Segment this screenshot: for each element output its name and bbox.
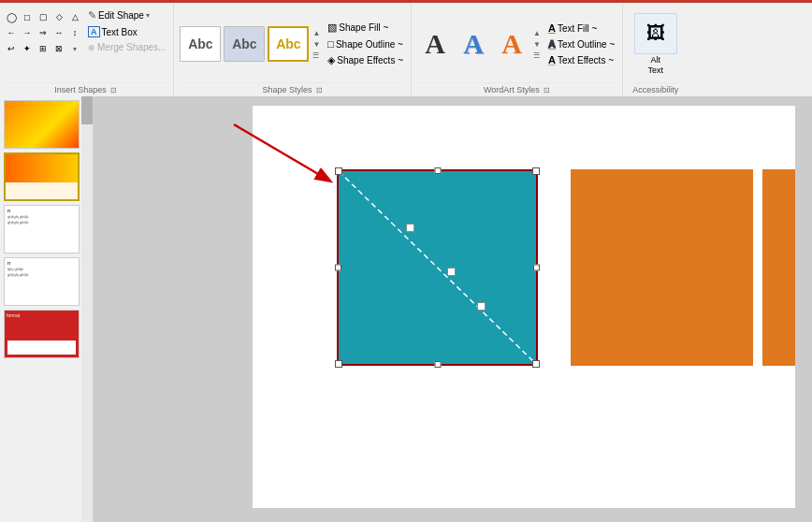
shape-triangle-icon[interactable]: △ [67,9,82,24]
edit-shape-icon: ✎ [88,9,96,22]
red-arrow [225,115,346,196]
slide-thumb-3[interactable]: n ghjfghj ghdjk ghjfghj ghdjk [4,205,80,254]
insert-shapes-expand-icon[interactable]: ⊡ [110,86,117,94]
accessibility-section-label: Accessibility [632,85,678,94]
panel-scrollbar-thumb[interactable] [81,96,93,124]
diag-handle-2[interactable] [447,268,456,276]
text-box-label: Text Box [102,27,138,37]
text-outline-button[interactable]: A Text Outline ~ [546,37,616,51]
handle-top-right[interactable] [532,167,540,175]
shape-outline-label: Shape Outline ~ [336,39,403,50]
wordart-a-plain[interactable]: A [417,23,453,65]
text-effects-label: Text Effects ~ [558,55,614,65]
panel-scrollbar[interactable] [81,96,93,522]
shape-bent-icon[interactable]: ↩ [4,41,19,56]
edit-shape-label: Edit Shape [98,10,144,21]
shape-preset-1[interactable]: Abc [180,26,221,62]
wordart-expand-icon[interactable]: ⊡ [544,86,550,94]
slide-thumb-4[interactable]: n fghj ghdjk ghjfghj ghdjk [4,257,80,306]
wordart-a-blue[interactable]: A [456,23,491,65]
diag-handle-3[interactable] [477,302,486,311]
alt-text-label: AltText [648,55,664,76]
shape-styles-collapse-arrow[interactable]: ▼ [312,39,321,50]
shape-styles-section-label: Shape Styles [262,85,312,94]
handle-top-left[interactable] [335,167,342,175]
handle-bottom-right[interactable] [532,360,540,368]
handle-right-mid[interactable] [533,265,540,271]
alt-text-button[interactable]: 🖼 AltText [634,13,677,76]
diag-handle-1[interactable] [406,224,414,232]
merge-icon: ⊕ [88,43,95,52]
orange-shape-1[interactable] [571,169,753,366]
shape-rounded-icon[interactable]: ▢ [36,9,51,24]
shape-quad-icon[interactable]: ✦ [20,41,35,56]
shape-extra1-icon[interactable]: ⊠ [51,41,66,56]
edit-shape-chevron-icon: ▾ [146,11,150,20]
handle-bottom-mid[interactable] [434,361,441,368]
slide-thumb-1[interactable] [4,100,80,149]
edit-shape-button[interactable]: ✎ Edit Shape ▾ [86,8,167,22]
merge-shapes-label: Merge Shapes... [97,42,166,52]
handle-left-mid[interactable] [335,265,341,271]
shape-fill-button[interactable]: ▧ Shape Fill ~ [326,21,405,35]
text-fill-label: Text Fill ~ [558,23,598,34]
slide-panel: n ghjfghj ghdjk ghjfghj ghdjk n fghj ghd… [0,96,94,522]
shape-rect-icon[interactable]: □ [20,9,35,24]
shape-arrow-left-icon[interactable]: ← [4,25,19,40]
teal-shape[interactable] [337,169,538,366]
handle-bottom-left[interactable] [335,360,342,368]
shape-arrow-right-icon[interactable]: → [20,25,35,40]
text-effects-a-icon: A [548,54,556,65]
shape-effects-label: Shape Effects ~ [337,55,403,65]
wordart-a-orange[interactable]: A [494,23,529,65]
shape-preset-3[interactable]: Abc [268,26,309,62]
textbox-icon: A [88,26,100,37]
shape-effects-button[interactable]: ◈ Shape Effects ~ [326,53,405,67]
shape-leftright-icon[interactable]: ↔ [51,25,66,40]
merge-shapes-button[interactable]: ⊕ Merge Shapes... [86,41,167,53]
canvas-area[interactable] [94,96,812,522]
svg-line-2 [234,124,329,181]
text-outline-a-icon: A [548,38,556,50]
text-fill-a-icon: A [548,22,556,34]
text-effects-button[interactable]: A Text Effects ~ [546,53,616,66]
text-box-button[interactable]: A Text Box [86,25,167,38]
shape-oval-icon[interactable]: ◯ [4,9,19,24]
shape-effects-icon: ◈ [327,54,335,66]
handle-top-mid[interactable] [434,167,441,174]
shape-arrow-icon[interactable]: ⇒ [36,25,51,40]
wordart-collapse-arrow[interactable]: ▼ [532,39,542,50]
wordart-more-icon[interactable]: ☰ [532,51,542,61]
text-fill-button[interactable]: A Text Fill ~ [546,22,616,35]
slide-thumb-5[interactable]: format [4,310,80,358]
shape-fill-icon: ▧ [327,22,337,34]
svg-line-0 [339,171,536,364]
slide-canvas [253,106,795,508]
shape-fill-label: Shape Fill ~ [339,22,388,33]
alt-text-icon: 🖼 [634,13,677,54]
shape-outline-icon: □ [327,38,334,50]
shape-preset-2[interactable]: Abc [224,26,265,62]
slide-thumb-2[interactable] [4,152,80,201]
insert-shapes-section-label: Insert Shapes [54,85,107,94]
ribbon: ◯ □ ▢ ◇ △ ← → ⇒ ↔ ↕ ↩ ✦ ⊞ ⊠ ▾ [0,0,812,96]
wordart-section-label: WordArt Styles [484,85,540,94]
orange-shape-2[interactable] [762,169,795,366]
shape-updown-icon[interactable]: ↕ [67,25,82,40]
main-area: n ghjfghj ghdjk ghjfghj ghdjk n fghj ghd… [0,96,812,522]
ribbon-tabs-content: ◯ □ ▢ ◇ △ ← → ⇒ ↔ ↕ ↩ ✦ ⊞ ⊠ ▾ [0,3,812,96]
shape-styles-expand-icon[interactable]: ⊡ [316,86,323,94]
shape-diamond-icon[interactable]: ◇ [51,9,66,24]
shape-styles-more-icon[interactable]: ☰ [312,51,321,61]
shape-more-icon[interactable]: ⊞ [36,41,51,56]
shape-outline-button[interactable]: □ Shape Outline ~ [326,37,405,51]
wordart-expand-arrow[interactable]: ▲ [532,28,542,38]
text-outline-label: Text Outline ~ [558,39,615,50]
shapes-expand-icon[interactable]: ▾ [67,41,82,56]
shape-styles-expand-arrow[interactable]: ▲ [312,28,321,38]
